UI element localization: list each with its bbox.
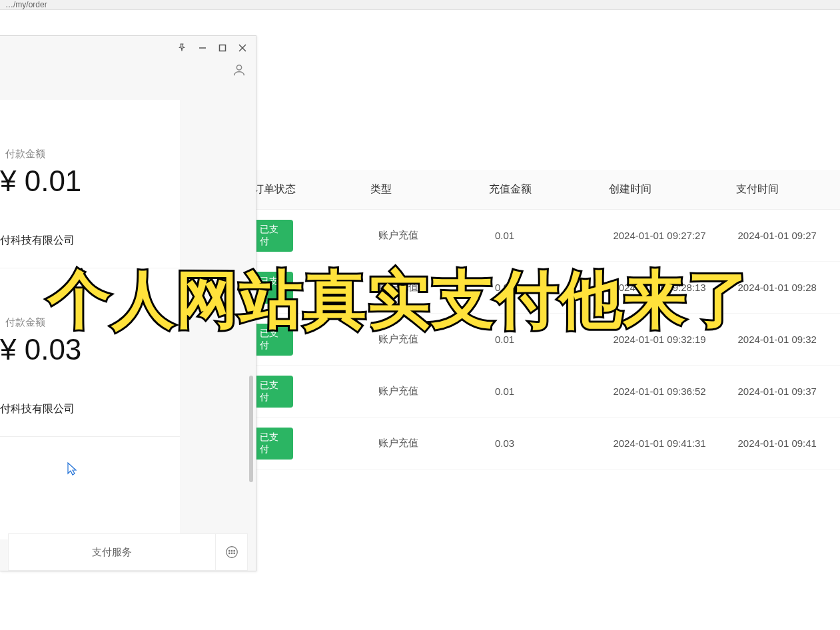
- video-headline-overlay: 个人网站真实支付他来了: [48, 258, 751, 342]
- svg-point-9: [228, 553, 229, 553]
- cell-create: 2024-01-01 09:41:31: [613, 438, 737, 449]
- payment-service-button[interactable]: 支付服务: [9, 546, 215, 559]
- status-badge: 已支付: [253, 220, 293, 252]
- close-icon[interactable]: [238, 44, 246, 52]
- pin-icon[interactable]: [177, 43, 187, 53]
- cell-pay: 2024-01-01 09:37: [738, 386, 841, 397]
- scrollbar-thumb[interactable]: [249, 376, 253, 482]
- pay-amount-value: ¥ 0.01: [0, 164, 175, 198]
- cell-create: 2024-01-01 09:27:27: [613, 230, 737, 241]
- col-header-amount: 充值金额: [489, 182, 610, 196]
- svg-point-5: [226, 547, 237, 558]
- cell-type: 账户充值: [378, 437, 495, 450]
- cell-type: 账户充值: [378, 229, 495, 242]
- svg-point-11: [233, 553, 234, 553]
- status-badge: 已支付: [253, 376, 293, 408]
- svg-point-7: [231, 550, 232, 551]
- keyboard-icon[interactable]: [215, 534, 247, 570]
- cell-type: 账户充值: [378, 385, 495, 398]
- status-badge: 已支付: [253, 428, 293, 460]
- page-content: 订单状态 类型 充值金额 创建时间 支付时间 已支付 账户充值 0.01 202…: [0, 10, 840, 630]
- cell-pay: 2024-01-01 09:41: [738, 438, 841, 449]
- cell-amount: 0.01: [495, 230, 614, 241]
- cell-pay: 2024-01-01 09:28: [738, 282, 841, 293]
- maximize-icon[interactable]: [218, 44, 226, 52]
- minimize-icon[interactable]: [199, 44, 207, 52]
- cell-amount: 0.03: [495, 438, 614, 449]
- svg-point-4: [236, 65, 241, 70]
- svg-point-8: [233, 550, 234, 551]
- svg-point-10: [231, 553, 232, 553]
- pay-merchant: 付科技有限公司: [0, 402, 175, 416]
- user-icon[interactable]: [0, 60, 256, 77]
- svg-rect-1: [220, 45, 226, 51]
- pay-amount-label: 付款金额: [0, 148, 175, 160]
- svg-point-6: [228, 550, 229, 551]
- mouse-cursor-icon: [64, 462, 77, 477]
- popup-titlebar: [0, 36, 256, 60]
- col-header-pay: 支付时间: [736, 182, 840, 196]
- payment-card[interactable]: 付款金额 ¥ 0.01 付科技有限公司: [0, 100, 180, 268]
- popup-footer: 支付服务: [8, 533, 248, 571]
- col-header-type: 类型: [370, 182, 489, 196]
- address-bar[interactable]: …/my/order: [0, 0, 840, 10]
- col-header-create: 创建时间: [609, 182, 735, 196]
- cell-pay: 2024-01-01 09:32: [738, 334, 841, 345]
- cell-pay: 2024-01-01 09:27: [738, 230, 841, 241]
- cell-amount: 0.01: [495, 386, 614, 397]
- pay-merchant: 付科技有限公司: [0, 234, 175, 248]
- cell-create: 2024-01-01 09:36:52: [613, 386, 737, 397]
